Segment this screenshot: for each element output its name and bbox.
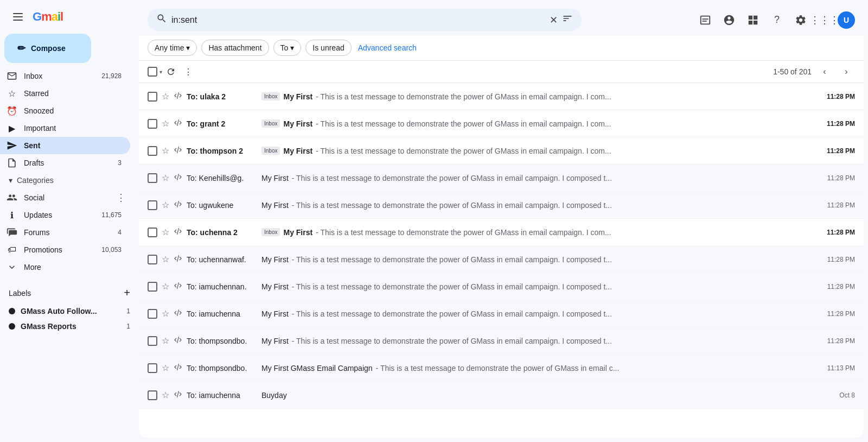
compose-button[interactable]: ✏ Compose — [4, 34, 91, 63]
snooze-icon[interactable] — [174, 281, 182, 292]
star-icon[interactable]: ☆ — [162, 200, 169, 210]
select-all-checkbox[interactable] — [148, 67, 157, 77]
email-subject: Buyday — [261, 391, 287, 400]
hamburger-menu-button[interactable] — [9, 9, 27, 25]
next-page-button[interactable]: › — [838, 63, 855, 80]
sidebar-item-snoozed[interactable]: ⏰ Snoozed — [0, 102, 130, 119]
updates-label: Updates — [24, 211, 52, 219]
snooze-icon[interactable] — [174, 308, 182, 319]
star-icon[interactable]: ☆ — [162, 390, 169, 400]
to-filter[interactable]: To ▾ — [273, 40, 302, 56]
email-row[interactable]: ☆ To: iamuchennan. My First - This is a … — [139, 273, 864, 300]
drafts-count: 3 — [118, 159, 122, 167]
email-checkbox[interactable] — [148, 390, 157, 400]
star-icon[interactable]: ☆ — [162, 336, 169, 346]
star-icon[interactable]: ☆ — [162, 254, 169, 264]
inbox-badge: Inbox — [261, 228, 280, 236]
snooze-icon[interactable] — [174, 390, 182, 400]
email-row[interactable]: ☆ To: ulaka 2 Inbox My First - This is a… — [139, 83, 864, 110]
star-icon[interactable]: ☆ — [162, 173, 169, 183]
sidebar-item-more[interactable]: More — [0, 258, 130, 276]
search-input[interactable] — [171, 15, 545, 25]
email-subject: My First — [261, 282, 289, 291]
sidebar-item-inbox[interactable]: Inbox 21,928 — [0, 67, 130, 85]
advanced-search-link[interactable]: Advanced search — [358, 43, 417, 52]
starred-label: Starred — [24, 89, 49, 98]
email-checkbox[interactable] — [148, 363, 157, 373]
snooze-icon[interactable] — [174, 200, 182, 210]
star-icon[interactable]: ☆ — [162, 118, 169, 129]
main-content: ✕ ? ⋮⋮⋮ U — [139, 4, 864, 438]
star-icon[interactable]: ☆ — [162, 227, 169, 237]
snooze-icon[interactable] — [174, 146, 182, 156]
email-checkbox[interactable] — [148, 282, 157, 292]
user-avatar[interactable]: U — [838, 11, 855, 29]
snooze-icon[interactable] — [174, 91, 182, 102]
star-icon[interactable]: ☆ — [162, 363, 169, 373]
categories-header[interactable]: ▾ Categories — [0, 172, 139, 189]
email-row[interactable]: ☆ To: thompson 2 Inbox My First - This i… — [139, 137, 864, 165]
email-row[interactable]: ☆ To: iamuchenna My First - This is a te… — [139, 300, 864, 327]
sidebar-item-forums[interactable]: Forums 4 — [0, 224, 130, 241]
has-attachment-filter[interactable]: Has attachment — [201, 40, 269, 56]
email-row[interactable]: ☆ To: ugwukene My First - This is a test… — [139, 192, 864, 219]
email-list: ☆ To: ulaka 2 Inbox My First - This is a… — [139, 83, 864, 438]
email-checkbox[interactable] — [148, 119, 157, 129]
is-unread-filter[interactable]: Is unread — [305, 40, 351, 56]
star-icon[interactable]: ☆ — [162, 146, 169, 156]
snooze-icon[interactable] — [174, 363, 182, 373]
toolbar-more-button[interactable]: ⋮ — [180, 63, 197, 80]
search-options-icon[interactable] — [562, 13, 573, 27]
email-checkbox[interactable] — [148, 336, 157, 346]
email-row[interactable]: ☆ To: iamuchenna Buyday Oct 8 — [139, 382, 864, 409]
email-time: 11:28 PM — [822, 310, 855, 318]
star-icon[interactable]: ☆ — [162, 281, 169, 292]
label-gmass-reports[interactable]: GMass Reports 1 — [0, 319, 139, 334]
clear-search-icon[interactable]: ✕ — [550, 14, 558, 26]
snooze-icon[interactable] — [174, 227, 182, 237]
star-icon[interactable]: ☆ — [162, 91, 169, 102]
sidebar-item-promotions[interactable]: 🏷 Promotions 10,053 — [0, 241, 130, 258]
email-time: 11:28 PM — [822, 201, 855, 209]
email-row[interactable]: ☆ To: thompsondbo. My First GMass Email … — [139, 355, 864, 382]
prev-page-button[interactable]: ‹ — [816, 63, 833, 80]
sidebar-item-drafts[interactable]: Drafts 3 — [0, 154, 130, 172]
email-checkbox[interactable] — [148, 92, 157, 102]
email-checkbox[interactable] — [148, 228, 157, 237]
email-checkbox[interactable] — [148, 146, 157, 156]
apps-icon-button[interactable]: ⋮⋮⋮ — [814, 9, 835, 31]
refresh-button[interactable] — [162, 63, 180, 80]
email-time: 11:28 PM — [822, 174, 855, 182]
any-time-filter[interactable]: Any time ▾ — [148, 40, 197, 56]
contacts-icon-button[interactable] — [718, 9, 740, 31]
star-icon[interactable]: ☆ — [162, 308, 169, 319]
promotions-icon: 🏷 — [7, 244, 17, 255]
snooze-icon[interactable] — [174, 173, 182, 183]
sidebar-item-updates[interactable]: ℹ Updates 11,675 — [0, 206, 130, 224]
email-checkbox[interactable] — [148, 309, 157, 319]
sidebar-item-sent[interactable]: Sent — [0, 137, 130, 154]
email-sender: To: iamuchenna — [187, 391, 257, 400]
snooze-icon[interactable] — [174, 336, 182, 346]
email-preview: - This is a test message to demonstrate … — [292, 174, 612, 182]
grid-view-icon-button[interactable] — [742, 9, 764, 31]
settings-icon-button[interactable] — [790, 9, 812, 31]
email-checkbox[interactable] — [148, 173, 157, 183]
email-row[interactable]: ☆ To: thompsondbo. My First - This is a … — [139, 327, 864, 355]
email-checkbox[interactable] — [148, 255, 157, 264]
note-icon-button[interactable] — [694, 9, 716, 31]
email-row[interactable]: ☆ To: Kenehills@g. My First - This is a … — [139, 165, 864, 192]
label-gmass-auto-follow[interactable]: GMass Auto Follow... 1 — [0, 304, 139, 319]
help-icon-button[interactable]: ? — [766, 9, 788, 31]
email-row[interactable]: ☆ To: uchenna 2 Inbox My First - This is… — [139, 219, 864, 246]
email-row[interactable]: ☆ To: grant 2 Inbox My First - This is a… — [139, 110, 864, 137]
email-row[interactable]: ☆ To: uchennanwaf. My First - This is a … — [139, 246, 864, 273]
snooze-icon[interactable] — [174, 118, 182, 129]
sidebar-item-starred[interactable]: ☆ Starred — [0, 85, 130, 102]
email-checkbox[interactable] — [148, 200, 157, 210]
sidebar-item-social[interactable]: Social ⋮ — [0, 189, 130, 206]
add-label-button[interactable]: + — [124, 287, 130, 299]
snooze-icon[interactable] — [174, 254, 182, 264]
social-more-icon[interactable]: ⋮ — [116, 192, 126, 204]
sidebar-item-important[interactable]: ▶ Important — [0, 119, 130, 137]
